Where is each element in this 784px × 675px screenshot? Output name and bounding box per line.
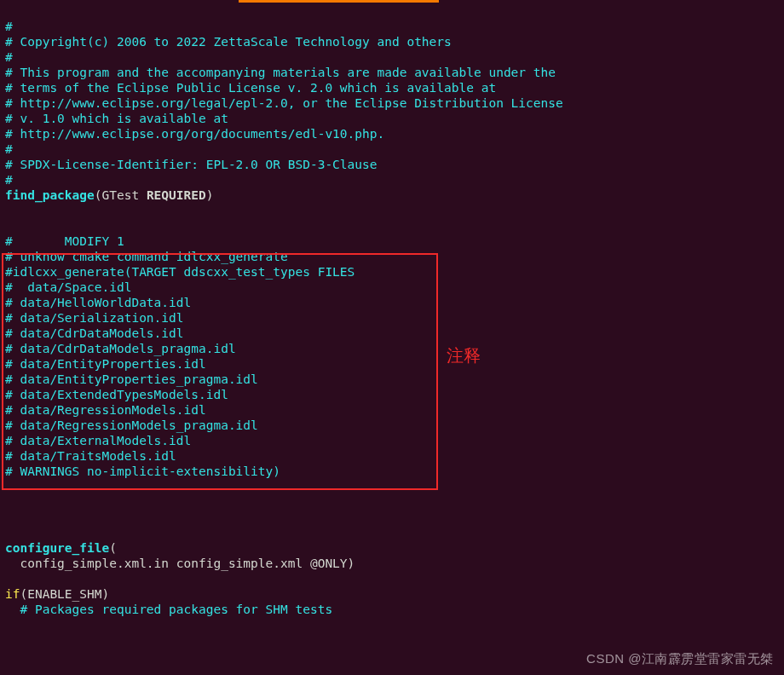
comment-line: # SPDX-License-Identifier: EPL-2.0 OR BS… [5,158,378,171]
comment-line: # [5,50,13,64]
comment-line: # data/CdrDataModels.idl [5,326,184,340]
if-line: if(ENABLE_SHM) [5,587,109,601]
comment-line: # data/EntityProperties.idl [5,357,206,371]
comment-line: # terms of the Eclipse Public License v.… [5,81,496,95]
comment-line: # data/Space.idl [5,280,131,294]
annotation-label: 注释 [447,348,481,363]
code-editor[interactable]: # # Copyright(c) 2006 to 2022 ZettaScale… [0,0,784,620]
comment-line: # [5,173,13,187]
comment-line: # data/HelloWorldData.idl [5,296,191,309]
comment-line: # unknow cmake command idlcxx_generate [5,250,288,263]
comment-line: # data/TraitsModels.idl [5,449,176,463]
comment-line: # This program and the accompanying mate… [5,66,556,79]
comment-line: # data/RegressionModels.idl [5,403,206,417]
find-package-line: find_package(GTest REQUIRED) [5,188,213,202]
comment-line: # data/ExtendedTypesModels.idl [5,388,228,401]
configure-file-line: configure_file( [5,541,117,555]
comment-line: # data/EntityProperties_pragma.idl [5,372,258,386]
comment-line: # data/ExternalModels.idl [5,434,191,447]
watermark: CSDN @江南霹雳堂雷家雷无桀 [586,651,774,666]
comment-line: # data/Serialization.idl [5,311,184,325]
comment-line: # WARNINGS no-implicit-extensibility) [5,464,280,478]
comment-line: # Packages required packages for SHM tes… [5,603,332,616]
comment-line: # v. 1.0 which is available at [5,112,228,125]
comment-line: # Copyright(c) 2006 to 2022 ZettaScale T… [5,35,452,49]
comment-line: # MODIFY 1 [5,234,124,248]
comment-line: # http://www.eclipse.org/legal/epl-2.0, … [5,96,563,110]
comment-line: # [5,20,13,33]
comment-line: # data/RegressionModels_pragma.idl [5,418,258,432]
configure-file-args: config_simple.xml.in config_simple.xml @… [5,557,355,570]
comment-line: # http://www.eclipse.org/org/documents/e… [5,127,384,141]
comment-line: # data/CdrDataModels_pragma.idl [5,342,236,355]
comment-line: #idlcxx_generate(TARGET ddscxx_test_type… [5,265,355,279]
comment-line: # [5,142,13,156]
